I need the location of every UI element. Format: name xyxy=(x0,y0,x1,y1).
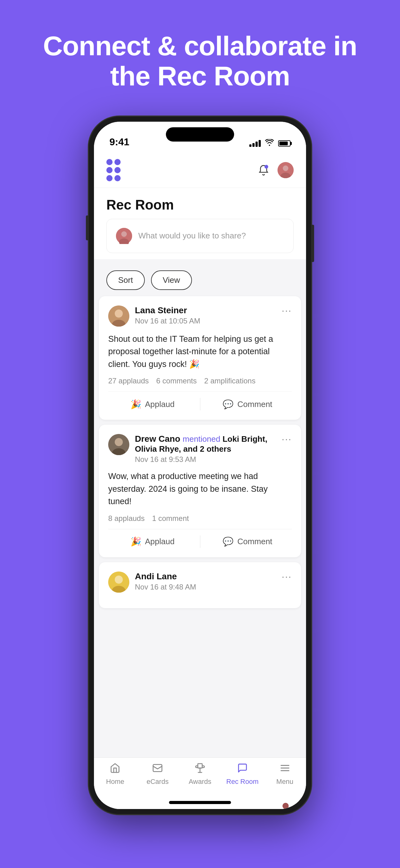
post-time: Nov 16 at 10:05 AM xyxy=(135,317,200,326)
applaud-icon: 🎉 xyxy=(131,536,141,547)
home-indicator xyxy=(169,801,231,804)
comment-count: 6 comments xyxy=(156,377,197,385)
wifi-icon xyxy=(265,139,274,148)
signal-icon xyxy=(249,140,261,147)
svg-point-8 xyxy=(115,310,123,318)
comment-button[interactable]: 💬 Comment xyxy=(203,398,292,410)
awards-icon xyxy=(195,763,205,776)
logo-dot xyxy=(114,167,121,173)
post-card: Drew Cano mentioned Loki Bright, Olivia … xyxy=(99,425,301,557)
post-user: Andi Lane Nov 16 at 9:48 AM xyxy=(108,571,196,593)
svg-point-5 xyxy=(121,231,127,237)
post-actions: 🎉 Applaud 💬 Comment xyxy=(108,529,292,548)
post-user: Lana Steiner Nov 16 at 10:05 AM xyxy=(108,306,200,327)
applaud-icon: 🎉 xyxy=(131,399,141,409)
svg-point-0 xyxy=(265,165,268,168)
nav-label-ecards: eCards xyxy=(147,778,169,786)
nav-item-home[interactable]: Home xyxy=(94,763,136,786)
compose-placeholder: What would you like to share? xyxy=(138,231,246,241)
post-content: Wow, what a productive meeting we had ye… xyxy=(108,470,292,508)
view-button[interactable]: View xyxy=(151,270,192,290)
nav-item-menu[interactable]: Menu xyxy=(264,763,306,786)
more-options-button[interactable]: ··· xyxy=(281,434,292,444)
svg-point-2 xyxy=(283,165,288,171)
post-user: Drew Cano mentioned Loki Bright, Olivia … xyxy=(108,434,281,464)
post-header: Andi Lane Nov 16 at 9:48 AM ··· xyxy=(108,571,292,593)
logo-dot xyxy=(114,159,121,165)
hero-title: Connect & collaborate in the Rec Room xyxy=(0,0,400,110)
post-user-info: Lana Steiner Nov 16 at 10:05 AM xyxy=(135,306,200,326)
post-time: Nov 16 at 9:53 AM xyxy=(135,455,281,464)
phone-frame: 9:41 xyxy=(88,116,312,815)
ecards-icon xyxy=(152,763,163,776)
menu-icon xyxy=(280,763,290,776)
nav-label-home: Home xyxy=(106,778,124,786)
post-card: Lana Steiner Nov 16 at 10:05 AM ··· Shou… xyxy=(99,296,301,420)
comment-icon: 💬 xyxy=(223,399,233,409)
post-card: Andi Lane Nov 16 at 9:48 AM ··· xyxy=(99,562,301,608)
battery-icon xyxy=(278,140,291,147)
post-content: Shout out to the IT Team for helping us … xyxy=(108,333,292,371)
logo-dot xyxy=(106,175,112,181)
more-options-button[interactable]: ··· xyxy=(281,306,292,315)
logo-dot xyxy=(106,167,112,173)
svg-rect-17 xyxy=(198,764,202,768)
compose-box[interactable]: What would you like to share? xyxy=(106,219,294,253)
post-avatar xyxy=(108,434,129,455)
bottom-nav: Home eCards xyxy=(94,757,306,801)
comment-label: Comment xyxy=(237,400,272,409)
post-stats: 8 applauds 1 comment xyxy=(108,514,292,523)
applaud-button[interactable]: 🎉 Applaud xyxy=(108,535,197,548)
compose-avatar xyxy=(116,228,132,244)
header-actions xyxy=(257,162,294,178)
post-stats: 27 applauds 6 comments 2 amplifications xyxy=(108,377,292,385)
logo-dot xyxy=(106,159,112,165)
post-username: Lana Steiner xyxy=(135,306,200,315)
post-username: Andi Lane xyxy=(135,571,196,582)
more-options-button[interactable]: ··· xyxy=(281,571,292,582)
nav-item-recroom[interactable]: Rec Room xyxy=(221,763,264,786)
nav-label-awards: Awards xyxy=(189,778,211,786)
nav-item-ecards[interactable]: eCards xyxy=(136,763,179,786)
svg-point-11 xyxy=(115,438,123,446)
applaud-label: Applaud xyxy=(145,400,174,409)
user-avatar[interactable] xyxy=(277,162,294,178)
nav-item-awards[interactable]: Awards xyxy=(179,763,222,786)
page-title: Rec Room xyxy=(106,197,294,213)
mentioned-text: mentioned xyxy=(182,434,223,444)
post-avatar xyxy=(108,306,129,327)
post-header: Lana Steiner Nov 16 at 10:05 AM ··· xyxy=(108,306,292,327)
post-user-info: Andi Lane Nov 16 at 9:48 AM xyxy=(135,571,196,591)
filter-row: Sort View xyxy=(94,264,306,296)
post-avatar xyxy=(108,571,129,593)
post-header: Drew Cano mentioned Loki Bright, Olivia … xyxy=(108,434,292,464)
svg-rect-16 xyxy=(153,764,162,771)
page-title-section: Rec Room What would you like to share? xyxy=(94,188,306,259)
comment-icon: 💬 xyxy=(223,536,233,547)
applaud-button[interactable]: 🎉 Applaud xyxy=(108,398,197,410)
phone-screen: 9:41 xyxy=(94,122,306,809)
status-time: 9:41 xyxy=(109,136,129,148)
phone-mockup: 9:41 xyxy=(88,116,312,815)
nav-label-menu: Menu xyxy=(276,778,293,786)
sort-button[interactable]: Sort xyxy=(106,270,145,290)
scroll-content[interactable]: Rec Room What would you like to share? xyxy=(94,188,306,757)
bell-icon[interactable] xyxy=(257,164,270,177)
nav-label-recroom: Rec Room xyxy=(226,778,259,786)
home-bar-container xyxy=(94,801,306,809)
svg-point-14 xyxy=(115,576,123,584)
status-bar: 9:41 xyxy=(94,122,306,153)
logo-dot xyxy=(114,175,121,181)
comment-count: 1 comment xyxy=(152,514,189,523)
applaud-count: 27 applauds xyxy=(108,377,149,385)
post-username: Drew Cano mentioned Loki Bright, Olivia … xyxy=(135,434,281,454)
app-header xyxy=(94,153,306,188)
dynamic-island xyxy=(166,127,234,142)
recroom-icon xyxy=(237,763,248,776)
applaud-label: Applaud xyxy=(145,537,174,547)
home-icon xyxy=(110,763,120,776)
comment-button[interactable]: 💬 Comment xyxy=(203,535,292,548)
post-actions: 🎉 Applaud 💬 Comment xyxy=(108,392,292,410)
applaud-count: 8 applauds xyxy=(108,514,144,523)
post-time: Nov 16 at 9:48 AM xyxy=(135,583,196,591)
